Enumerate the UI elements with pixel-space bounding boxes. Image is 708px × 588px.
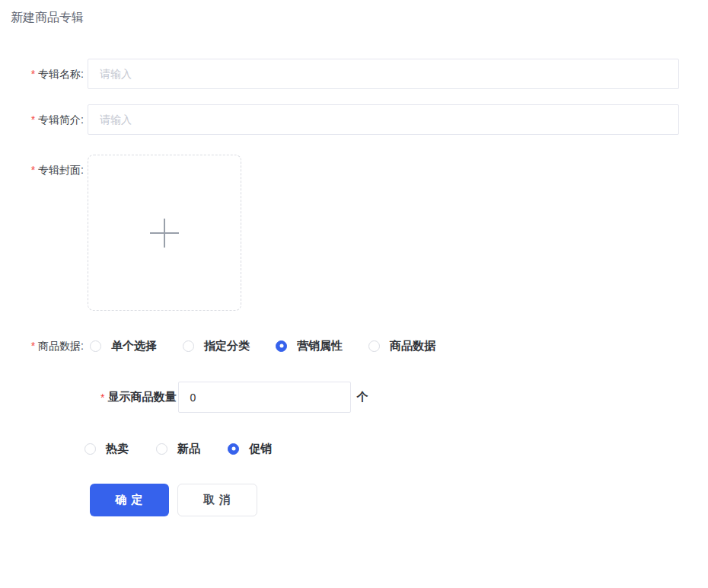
radio-promotion[interactable]: 促销 xyxy=(228,442,272,456)
radio-hot-sale[interactable]: 热卖 xyxy=(85,442,129,456)
actions-row: 确 定 取 消 xyxy=(0,484,257,516)
radio-single-select[interactable]: 单个选择 xyxy=(90,339,157,353)
album-intro-input[interactable] xyxy=(88,104,679,135)
count-unit-label: 个 xyxy=(356,390,368,404)
confirm-button[interactable]: 确 定 xyxy=(90,484,169,516)
album-cover-row: *专辑封面: xyxy=(0,155,241,311)
album-intro-label: *专辑简介: xyxy=(0,104,84,135)
plus-icon xyxy=(150,219,179,248)
product-data-radio-group: 单个选择 指定分类 营销属性 商品数据 xyxy=(90,339,461,353)
radio-new-product[interactable]: 新品 xyxy=(156,442,200,456)
album-name-label: *专辑名称: xyxy=(0,59,84,89)
display-count-input[interactable] xyxy=(178,382,351,413)
required-mark: * xyxy=(31,340,35,352)
display-count-label: 显示商品数量 xyxy=(107,390,176,404)
album-name-input[interactable] xyxy=(88,59,679,89)
radio-assigned-category[interactable]: 指定分类 xyxy=(183,339,250,353)
album-name-row: *专辑名称: xyxy=(0,59,679,89)
cover-upload-box[interactable] xyxy=(88,155,241,311)
marketing-tags-row: 热卖 新品 促销 xyxy=(0,440,299,457)
radio-selected-icon xyxy=(276,340,287,352)
page-title: 新建商品专辑 xyxy=(11,9,84,26)
radio-icon xyxy=(90,340,101,352)
album-cover-label: *专辑封面: xyxy=(0,155,84,311)
radio-icon xyxy=(85,443,96,455)
new-album-form-page: 新建商品专辑 *专辑名称: *专辑简介: *专辑封面: *商品数据: 单个选择 … xyxy=(0,0,708,588)
display-count-row: * 显示商品数量 个 xyxy=(0,382,368,413)
product-data-row: *商品数据: 单个选择 指定分类 营销属性 商品数据 xyxy=(0,337,461,354)
radio-icon xyxy=(183,340,194,352)
required-mark: * xyxy=(31,68,35,80)
required-mark: * xyxy=(31,164,35,176)
cancel-button[interactable]: 取 消 xyxy=(177,484,257,516)
required-mark: * xyxy=(31,113,35,126)
album-intro-row: *专辑简介: xyxy=(0,104,679,135)
radio-marketing-attribute[interactable]: 营销属性 xyxy=(276,339,343,353)
radio-selected-icon xyxy=(228,443,239,455)
required-mark: * xyxy=(100,391,104,404)
radio-icon xyxy=(368,340,380,352)
product-data-label: *商品数据: xyxy=(0,337,84,354)
radio-icon xyxy=(156,443,167,455)
radio-product-data[interactable]: 商品数据 xyxy=(368,339,435,353)
